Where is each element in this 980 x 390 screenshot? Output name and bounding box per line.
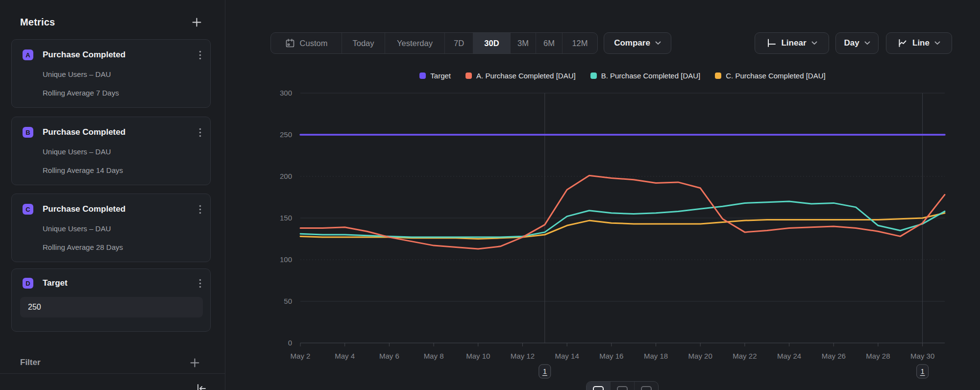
x-axis-label: May 24 xyxy=(777,352,801,360)
line-chart[interactable]: 050100150200250300May 2May 4May 6May 8Ma… xyxy=(0,0,980,390)
y-axis-label: 0 xyxy=(288,339,292,347)
x-axis-label: May 16 xyxy=(599,352,623,360)
x-axis-label: May 8 xyxy=(424,352,444,360)
bar-chart-mini-icon xyxy=(617,386,628,390)
x-axis-label: May 26 xyxy=(822,352,846,360)
y-axis-label: 250 xyxy=(280,130,292,139)
y-axis-label: 50 xyxy=(284,297,292,305)
annotation-badge-label: 1 xyxy=(921,367,925,375)
x-axis-label: May 10 xyxy=(466,352,490,360)
x-axis-label: May 30 xyxy=(910,352,934,360)
y-axis-label: 300 xyxy=(280,89,292,97)
x-axis-label: May 28 xyxy=(866,352,890,360)
series-line-3 xyxy=(300,213,945,239)
line-chart-mini-icon xyxy=(593,386,604,390)
x-axis-label: May 12 xyxy=(511,352,535,360)
chart-type-line-option[interactable] xyxy=(587,382,610,390)
y-axis-label: 100 xyxy=(280,255,292,264)
chart-type-bar-option[interactable] xyxy=(610,382,634,390)
chart-type-table-option[interactable] xyxy=(634,382,658,390)
x-axis-label: May 22 xyxy=(733,352,757,360)
x-axis-label: May 18 xyxy=(644,352,668,360)
x-axis-label: May 20 xyxy=(688,352,712,360)
annotation-badge-label: 1 xyxy=(543,367,547,375)
mini-chart-type-switcher xyxy=(586,381,659,390)
x-axis-label: May 14 xyxy=(555,352,579,360)
y-axis-label: 150 xyxy=(280,214,292,222)
x-axis-label: May 2 xyxy=(291,352,311,360)
x-axis-label: May 4 xyxy=(335,352,355,360)
y-axis-label: 200 xyxy=(280,172,292,180)
x-axis-label: May 6 xyxy=(379,352,399,360)
table-mini-icon xyxy=(641,386,652,390)
